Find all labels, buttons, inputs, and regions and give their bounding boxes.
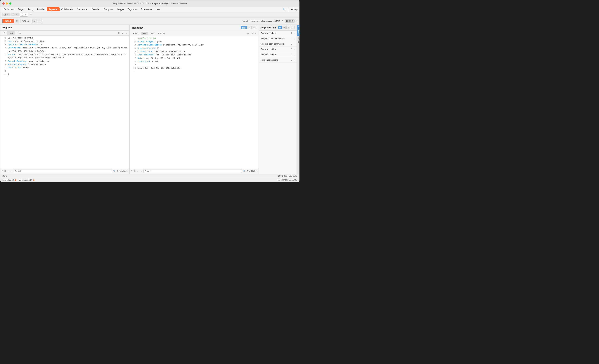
response-pretty-icon[interactable]: ▦	[247, 32, 250, 35]
menu-target[interactable]: Target	[16, 7, 26, 11]
response-highlights: 0 highlights	[247, 170, 257, 172]
inspector-row-response-headers[interactable]: Response headers 7 ⌄	[259, 57, 297, 63]
close-button[interactable]	[2, 2, 5, 5]
settings-label[interactable]: Settings	[291, 8, 298, 10]
response-title: Response	[132, 26, 143, 29]
request-line-4: 4 User-Agent: Mozilla/5.0 (Windows NT 10…	[0, 46, 129, 53]
request-redo-icon[interactable]: →	[10, 170, 13, 172]
response-settings-icon[interactable]: ⚙	[134, 170, 136, 172]
tab-15-label: 15	[12, 14, 15, 16]
request-help-icon[interactable]: ?	[2, 170, 3, 172]
tab-15[interactable]: 15 ✕	[10, 13, 19, 17]
cancel-button[interactable]: Cancel	[20, 19, 31, 23]
response-view-btn-3[interactable]: ▬	[252, 26, 256, 29]
tab-14[interactable]: 14 ✕	[2, 13, 10, 17]
chevron-icon-1: ⌄	[293, 38, 295, 40]
request-search-input[interactable]	[14, 169, 112, 173]
nav-back-button[interactable]: < |	[33, 19, 37, 23]
menu-logger[interactable]: Logger	[115, 7, 126, 11]
inspector-title: Inspector	[261, 26, 272, 29]
inspector-align-btn[interactable]: ≡	[282, 26, 286, 29]
more-icon[interactable]: ⋮	[287, 8, 289, 11]
response-more-icon[interactable]: ≡	[255, 32, 257, 35]
nav-fwd-button[interactable]: > |	[38, 19, 42, 23]
request-tab-hex[interactable]: Hex	[15, 31, 23, 35]
menu-comparer[interactable]: Comparer	[102, 7, 115, 11]
response-line-8: 8 Connection: close	[130, 60, 259, 63]
request-wrap-icon[interactable]: ⇄	[121, 32, 124, 35]
menu-decoder[interactable]: Decoder	[90, 7, 102, 11]
menu-dashboard[interactable]: Dashboard	[2, 7, 16, 11]
response-view-btn-2[interactable]: ▬	[247, 26, 252, 29]
response-tab-raw[interactable]: Raw	[141, 32, 149, 35]
chevron-icon-3: ⌄	[293, 48, 295, 50]
minimize-button[interactable]	[6, 2, 8, 5]
response-wrap-icon[interactable]: ⇄	[251, 32, 254, 35]
request-code-area[interactable]: 1 GET /webhook HTTP/1.1 2 Host: game.ctf…	[0, 35, 129, 168]
request-tab-p[interactable]: P	[2, 31, 7, 35]
inspector-row-request-body[interactable]: Request body parameters 0 ⌄	[259, 41, 297, 47]
tab-16-close[interactable]: ✕	[25, 14, 26, 16]
request-search-icon[interactable]: 🔍	[113, 170, 116, 172]
inspector-side-tab-notes[interactable]: Notes	[297, 36, 299, 44]
request-more-icon[interactable]: ≡	[125, 32, 127, 35]
menu-intruder[interactable]: Intruder	[35, 7, 47, 11]
inspector-close-btn[interactable]: ✕	[291, 26, 295, 29]
menu-organizer[interactable]: Organizer	[126, 7, 139, 11]
request-pretty-icon[interactable]: ▦	[117, 32, 120, 35]
main-window: Burp Suite Professional v2023.12.1.1 - T…	[0, 0, 300, 182]
request-line-8: 8 Connection: close	[0, 66, 129, 69]
inspector-side-tab-inspector[interactable]: Inspector	[297, 25, 299, 36]
request-settings-icon[interactable]: ⚙	[4, 170, 6, 172]
menu-sequencer[interactable]: Sequencer	[75, 7, 90, 11]
all-issues-link[interactable]: All issues (32)	[19, 179, 34, 181]
response-panel: Response ▦▦ ▬ ▬ Pretty Raw Hex Render ▦ …	[130, 25, 259, 174]
inspector-row-request-headers[interactable]: Request headers 7 ⌄	[259, 52, 297, 57]
settings-icon-button[interactable]: ⚙	[15, 19, 19, 23]
add-tab-button[interactable]: ＋	[29, 13, 33, 17]
inspector-row-request-query[interactable]: Request query parameters 0 ⌄	[259, 36, 297, 41]
target-prefix: Target:	[242, 20, 248, 22]
maximize-button[interactable]	[9, 2, 11, 5]
chevron-icon-0: ⌄	[293, 32, 295, 34]
request-undo-icon[interactable]: ←	[7, 170, 9, 172]
menu-repeater[interactable]: Repeater	[47, 7, 59, 11]
response-help-icon[interactable]: ?	[131, 170, 132, 172]
response-search-input[interactable]	[143, 169, 242, 173]
tab-15-close[interactable]: ✕	[16, 14, 17, 16]
tab-14-close[interactable]: ✕	[7, 14, 8, 16]
response-undo-icon[interactable]: ←	[137, 170, 139, 172]
response-view-btn-1[interactable]: ▦▦	[241, 26, 247, 29]
inspector-header: Inspector ▦▦ ▦ ≡ ⚙ ✕	[259, 25, 297, 31]
response-tab-render[interactable]: Render	[156, 32, 167, 35]
inspector-row-count-4: 7	[291, 53, 292, 56]
menu-collaborator[interactable]: Collaborator	[60, 7, 75, 11]
help-icon[interactable]: ?	[296, 20, 297, 22]
target-info: Target: http://game.ctf.seusus.com:54401…	[242, 19, 297, 23]
menu-extensions[interactable]: Extensions	[139, 7, 154, 11]
search-icon[interactable]: 🔍	[282, 8, 285, 11]
send-button[interactable]: Send	[2, 19, 14, 23]
status-bar: Done 298 bytes | 185 millis	[0, 174, 299, 178]
event-log-link[interactable]: Event log (8)	[2, 179, 16, 181]
response-search-icon[interactable]: 🔍	[243, 170, 246, 172]
response-redo-icon[interactable]: →	[140, 170, 142, 172]
inspector-view-btn-1[interactable]: ▦▦	[272, 26, 277, 29]
inspector-row-count-0: 2	[291, 32, 292, 34]
response-code-area[interactable]: 1 HTTP/1.1 200 OK 2 Accept-Ranges: bytes…	[130, 36, 259, 168]
inspector-settings-btn[interactable]: ⚙	[286, 26, 290, 29]
inspector-row-request-attributes[interactable]: Request attributes 2 ⌄	[259, 31, 297, 36]
edit-target-icon[interactable]: ✎	[282, 20, 283, 22]
inspector-row-request-cookies[interactable]: Request cookies 0 ⌄	[259, 47, 297, 52]
inspector-row-label-2: Request body parameters	[261, 43, 291, 45]
menu-proxy[interactable]: Proxy	[26, 7, 35, 11]
response-line-5: 5 Content-Type: text/plain; charset=utf-…	[130, 50, 259, 53]
traffic-lights	[2, 2, 11, 5]
http-version-badge[interactable]: HTTP/1	[285, 19, 295, 23]
request-tab-raw[interactable]: Raw	[7, 31, 15, 35]
response-tab-hex[interactable]: Hex	[149, 32, 156, 35]
inspector-view-btn-2[interactable]: ▦	[278, 26, 282, 29]
menu-learn[interactable]: Learn	[154, 7, 163, 11]
response-tab-pretty[interactable]: Pretty	[131, 32, 140, 35]
tab-16[interactable]: 16 ✕	[19, 13, 28, 17]
